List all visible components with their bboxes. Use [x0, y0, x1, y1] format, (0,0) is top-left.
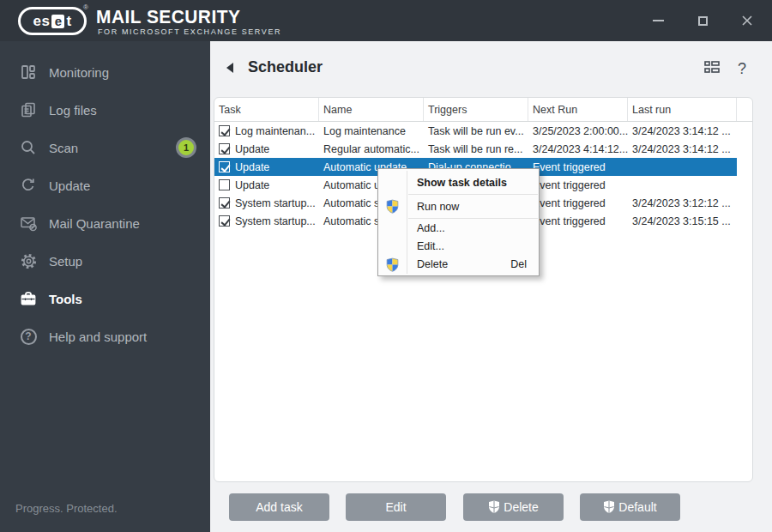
default-button[interactable]: Default: [580, 493, 680, 521]
column-header-last-run[interactable]: Last run: [628, 98, 737, 121]
menu-item-delete[interactable]: Delete Del: [378, 255, 539, 274]
next-run-cell: Event triggered: [528, 179, 628, 191]
task-checkbox[interactable]: [219, 161, 230, 172]
name-cell: Regular automatic...: [319, 143, 424, 155]
task-checkbox[interactable]: [219, 179, 230, 190]
view-options-icon[interactable]: [703, 59, 721, 78]
last-run-cell: 3/24/2023 3:14:12 ...: [628, 143, 737, 155]
close-icon[interactable]: [738, 11, 757, 30]
update-icon: [19, 176, 38, 195]
table-row[interactable]: Update Regular automatic... Task will be…: [214, 140, 737, 158]
maximize-icon[interactable]: [693, 11, 712, 30]
next-run-cell: Event triggered: [528, 197, 628, 209]
admin-shield-icon: [488, 500, 500, 514]
menu-item-run-now[interactable]: Run now: [378, 195, 539, 218]
mail-quarantine-icon: [19, 214, 38, 233]
task-checkbox[interactable]: [219, 125, 230, 136]
uac-shield-icon: [385, 257, 400, 272]
eset-tagline: Progress. Protected.: [15, 502, 118, 515]
table-header-row: Task Name Triggers Next Run Last run: [214, 98, 752, 122]
menu-item-add[interactable]: Add...: [378, 219, 539, 237]
eset-logo: es e t: [18, 7, 87, 35]
logo-text: es: [33, 13, 50, 30]
sidebar-item-update[interactable]: Update: [0, 166, 210, 204]
task-checkbox[interactable]: [219, 215, 230, 227]
logo-text: t: [66, 13, 71, 30]
menu-item-edit[interactable]: Edit...: [378, 237, 539, 255]
help-icon: ?: [19, 327, 38, 346]
badge-number: 1: [184, 142, 189, 153]
column-header-triggers[interactable]: Triggers: [424, 98, 528, 121]
task-cell: System startup...: [235, 215, 316, 227]
scheduler-task-table: Task Name Triggers Next Run Last run Log…: [214, 97, 753, 482]
logo-text-boxed: e: [51, 15, 64, 28]
column-header-task[interactable]: Task: [214, 98, 319, 121]
task-cell: Update: [235, 179, 269, 191]
sidebar-item-help-and-support[interactable]: ? Help and support: [0, 317, 210, 355]
sidebar-item-scan[interactable]: Scan 1: [0, 129, 210, 166]
next-run-cell: 3/25/2023 2:00:00...: [528, 125, 628, 137]
sidebar-item-label: Mail Quarantine: [49, 216, 140, 231]
sidebar-item-label: Update: [49, 178, 90, 193]
help-question-icon[interactable]: ?: [738, 60, 746, 78]
admin-shield-icon: [603, 500, 615, 514]
next-run-cell: Event triggered: [528, 215, 628, 227]
log-files-icon: [19, 100, 38, 119]
task-cell: Log maintenan...: [235, 125, 315, 137]
sidebar-item-label: Monitoring: [49, 65, 109, 80]
tools-icon: [19, 289, 38, 308]
sidebar-item-label: Tools: [49, 292, 82, 306]
triggers-cell: Task will be run ev...: [424, 125, 528, 137]
task-cell: Update: [235, 161, 269, 173]
sidebar-item-setup[interactable]: Setup: [0, 242, 210, 280]
minimize-icon[interactable]: [648, 11, 667, 30]
sidebar-item-log-files[interactable]: Log files: [0, 91, 210, 129]
task-checkbox[interactable]: [219, 143, 230, 154]
sidebar-item-label: Scan: [49, 141, 78, 155]
menu-item-show-task-details[interactable]: Show task details: [378, 171, 539, 194]
delete-button[interactable]: Delete: [463, 493, 564, 521]
last-run-cell: 3/24/2023 3:14:12 ...: [628, 125, 737, 137]
product-name: MAIL SECURITY: [96, 6, 240, 28]
monitoring-icon: [19, 63, 38, 82]
column-header-next-run[interactable]: Next Run: [528, 98, 628, 121]
sidebar-item-label: Setup: [49, 254, 82, 269]
column-header-name[interactable]: Name: [319, 98, 424, 121]
back-button[interactable]: [225, 62, 238, 76]
header-icons: ?: [703, 59, 751, 78]
task-checkbox[interactable]: [219, 197, 230, 209]
menu-shortcut: Del: [510, 258, 527, 270]
task-cell: System startup...: [235, 197, 316, 209]
sidebar-item-label: Log files: [49, 103, 97, 118]
table-row[interactable]: Log maintenan... Log maintenance Task wi…: [214, 122, 737, 140]
last-run-cell: 3/24/2023 3:15:15 ...: [628, 215, 737, 227]
sidebar-item-monitoring[interactable]: Monitoring: [0, 53, 210, 91]
sidebar-item-label: Help and support: [49, 329, 147, 344]
name-cell: Log maintenance: [319, 125, 424, 137]
scan-icon: [19, 138, 38, 157]
titlebar: es e t ® MAIL SECURITY FOR MICROSOFT EXC…: [0, 0, 772, 41]
context-menu: Show task details Run now Add... Edit...: [377, 168, 540, 276]
next-run-cell: Event triggered: [528, 161, 628, 173]
page-title: Scheduler: [248, 58, 323, 76]
last-run-cell: 3/24/2023 3:12:12 ...: [628, 197, 737, 209]
edit-button[interactable]: Edit: [346, 493, 446, 521]
setup-gear-icon: [19, 251, 38, 270]
next-run-cell: 3/24/2023 4:14:12...: [528, 143, 628, 155]
uac-shield-icon: [385, 199, 400, 214]
sidebar-item-mail-quarantine[interactable]: Mail Quarantine: [0, 204, 210, 242]
product-subtitle: FOR MICROSOFT EXCHANGE SERVER: [98, 27, 281, 36]
scan-count-badge: 1: [176, 137, 196, 158]
window-controls: [648, 0, 757, 41]
sidebar: Monitoring Log files Scan 1 Update: [0, 41, 210, 532]
task-cell: Update: [235, 143, 269, 155]
sidebar-item-tools[interactable]: Tools: [0, 280, 210, 317]
add-task-button[interactable]: Add task: [229, 493, 329, 521]
triggers-cell: Task will be run re...: [424, 143, 528, 155]
registered-trademark: ®: [83, 3, 88, 11]
